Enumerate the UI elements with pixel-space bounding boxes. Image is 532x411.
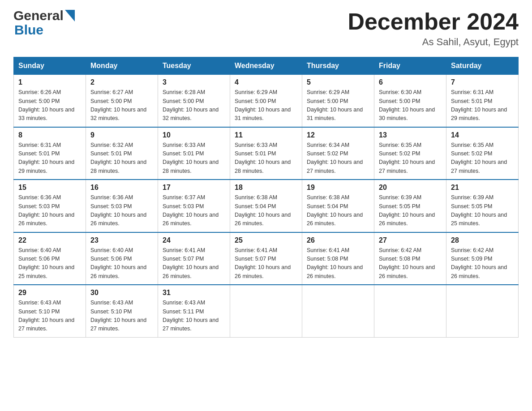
day-info: Sunrise: 6:26 AMSunset: 5:00 PMDaylight:… <box>18 88 81 123</box>
day-cell: 22Sunrise: 6:40 AMSunset: 5:06 PMDayligh… <box>14 232 86 285</box>
day-number: 14 <box>451 131 514 139</box>
day-info: Sunrise: 6:43 AMSunset: 5:11 PMDaylight:… <box>163 299 225 334</box>
logo: General Blue <box>13 9 75 38</box>
day-cell: 9Sunrise: 6:32 AMSunset: 5:01 PMDaylight… <box>86 127 158 180</box>
day-number: 6 <box>379 78 442 86</box>
day-number: 27 <box>379 236 442 244</box>
day-number: 7 <box>451 78 514 86</box>
header-row: Sunday Monday Tuesday Wednesday Thursday… <box>14 57 519 75</box>
day-info: Sunrise: 6:38 AMSunset: 5:04 PMDaylight:… <box>307 193 369 228</box>
day-cell: 16Sunrise: 6:36 AMSunset: 5:03 PMDayligh… <box>86 180 158 232</box>
day-info: Sunrise: 6:40 AMSunset: 5:06 PMDaylight:… <box>18 246 81 281</box>
day-info: Sunrise: 6:29 AMSunset: 5:00 PMDaylight:… <box>235 88 297 123</box>
day-cell: 4Sunrise: 6:29 AMSunset: 5:00 PMDaylight… <box>230 75 302 127</box>
logo-general-text: General <box>13 9 64 22</box>
day-cell <box>230 285 302 337</box>
col-thursday: Thursday <box>302 57 374 75</box>
day-info: Sunrise: 6:38 AMSunset: 5:04 PMDaylight:… <box>235 193 297 228</box>
day-cell: 15Sunrise: 6:36 AMSunset: 5:03 PMDayligh… <box>14 180 86 232</box>
month-title: December 2024 <box>348 9 519 34</box>
day-info: Sunrise: 6:35 AMSunset: 5:02 PMDaylight:… <box>451 141 514 176</box>
day-info: Sunrise: 6:43 AMSunset: 5:10 PMDaylight:… <box>90 299 153 334</box>
col-tuesday: Tuesday <box>158 57 230 75</box>
day-cell: 12Sunrise: 6:34 AMSunset: 5:02 PMDayligh… <box>302 127 374 180</box>
day-cell: 1Sunrise: 6:26 AMSunset: 5:00 PMDaylight… <box>14 75 86 127</box>
day-cell: 31Sunrise: 6:43 AMSunset: 5:11 PMDayligh… <box>158 285 230 337</box>
day-number: 31 <box>163 289 225 297</box>
day-info: Sunrise: 6:43 AMSunset: 5:10 PMDaylight:… <box>18 299 81 334</box>
day-info: Sunrise: 6:31 AMSunset: 5:01 PMDaylight:… <box>451 88 514 123</box>
day-number: 26 <box>307 236 369 244</box>
day-info: Sunrise: 6:31 AMSunset: 5:01 PMDaylight:… <box>18 141 81 176</box>
logo-blue-text: Blue <box>14 22 43 38</box>
day-cell: 28Sunrise: 6:42 AMSunset: 5:09 PMDayligh… <box>446 232 519 285</box>
day-cell: 13Sunrise: 6:35 AMSunset: 5:02 PMDayligh… <box>374 127 446 180</box>
day-number: 8 <box>18 131 81 139</box>
logo-arrow-icon <box>65 10 75 23</box>
day-number: 5 <box>307 78 369 86</box>
day-number: 21 <box>451 184 514 192</box>
day-number: 2 <box>90 78 153 86</box>
day-number: 12 <box>307 131 369 139</box>
svg-marker-0 <box>65 10 75 21</box>
day-info: Sunrise: 6:42 AMSunset: 5:09 PMDaylight:… <box>451 246 514 281</box>
day-info: Sunrise: 6:42 AMSunset: 5:08 PMDaylight:… <box>379 246 442 281</box>
day-number: 20 <box>379 184 442 192</box>
day-info: Sunrise: 6:39 AMSunset: 5:05 PMDaylight:… <box>451 193 514 228</box>
day-cell: 6Sunrise: 6:30 AMSunset: 5:00 PMDaylight… <box>374 75 446 127</box>
day-cell: 23Sunrise: 6:40 AMSunset: 5:06 PMDayligh… <box>86 232 158 285</box>
day-number: 30 <box>90 289 153 297</box>
day-cell: 24Sunrise: 6:41 AMSunset: 5:07 PMDayligh… <box>158 232 230 285</box>
day-number: 4 <box>235 78 297 86</box>
day-number: 25 <box>235 236 297 244</box>
day-info: Sunrise: 6:27 AMSunset: 5:00 PMDaylight:… <box>90 88 153 123</box>
day-cell: 2Sunrise: 6:27 AMSunset: 5:00 PMDaylight… <box>86 75 158 127</box>
day-cell: 8Sunrise: 6:31 AMSunset: 5:01 PMDaylight… <box>14 127 86 180</box>
day-number: 29 <box>18 289 81 297</box>
day-number: 22 <box>18 236 81 244</box>
calendar-table: Sunday Monday Tuesday Wednesday Thursday… <box>13 57 519 338</box>
day-number: 15 <box>18 184 81 192</box>
day-info: Sunrise: 6:35 AMSunset: 5:02 PMDaylight:… <box>379 141 442 176</box>
day-number: 1 <box>18 78 81 86</box>
day-info: Sunrise: 6:36 AMSunset: 5:03 PMDaylight:… <box>18 193 81 228</box>
day-cell: 7Sunrise: 6:31 AMSunset: 5:01 PMDaylight… <box>446 75 519 127</box>
location-text: As Sahil, Asyut, Egypt <box>348 36 519 48</box>
col-monday: Monday <box>86 57 158 75</box>
col-wednesday: Wednesday <box>230 57 302 75</box>
week-row-2: 8Sunrise: 6:31 AMSunset: 5:01 PMDaylight… <box>14 127 519 180</box>
day-cell: 29Sunrise: 6:43 AMSunset: 5:10 PMDayligh… <box>14 285 86 337</box>
day-cell: 18Sunrise: 6:38 AMSunset: 5:04 PMDayligh… <box>230 180 302 232</box>
day-cell: 17Sunrise: 6:37 AMSunset: 5:03 PMDayligh… <box>158 180 230 232</box>
day-info: Sunrise: 6:34 AMSunset: 5:02 PMDaylight:… <box>307 141 369 176</box>
day-info: Sunrise: 6:29 AMSunset: 5:00 PMDaylight:… <box>307 88 369 123</box>
day-info: Sunrise: 6:41 AMSunset: 5:07 PMDaylight:… <box>235 246 297 281</box>
day-cell <box>374 285 446 337</box>
day-number: 23 <box>90 236 153 244</box>
day-cell: 25Sunrise: 6:41 AMSunset: 5:07 PMDayligh… <box>230 232 302 285</box>
day-cell: 19Sunrise: 6:38 AMSunset: 5:04 PMDayligh… <box>302 180 374 232</box>
day-number: 3 <box>163 78 225 86</box>
day-info: Sunrise: 6:37 AMSunset: 5:03 PMDaylight:… <box>163 193 225 228</box>
day-cell: 21Sunrise: 6:39 AMSunset: 5:05 PMDayligh… <box>446 180 519 232</box>
week-row-1: 1Sunrise: 6:26 AMSunset: 5:00 PMDaylight… <box>14 75 519 127</box>
title-block: December 2024 As Sahil, Asyut, Egypt <box>348 9 519 48</box>
day-info: Sunrise: 6:36 AMSunset: 5:03 PMDaylight:… <box>90 193 153 228</box>
col-saturday: Saturday <box>446 57 519 75</box>
day-number: 24 <box>163 236 225 244</box>
day-info: Sunrise: 6:39 AMSunset: 5:05 PMDaylight:… <box>379 193 442 228</box>
week-row-4: 22Sunrise: 6:40 AMSunset: 5:06 PMDayligh… <box>14 232 519 285</box>
day-cell: 27Sunrise: 6:42 AMSunset: 5:08 PMDayligh… <box>374 232 446 285</box>
day-info: Sunrise: 6:40 AMSunset: 5:06 PMDaylight:… <box>90 246 153 281</box>
day-info: Sunrise: 6:32 AMSunset: 5:01 PMDaylight:… <box>90 141 153 176</box>
day-cell: 3Sunrise: 6:28 AMSunset: 5:00 PMDaylight… <box>158 75 230 127</box>
page-header: General Blue December 2024 As Sahil, Asy… <box>13 9 519 48</box>
day-cell <box>302 285 374 337</box>
day-number: 18 <box>235 184 297 192</box>
day-number: 10 <box>163 131 225 139</box>
day-number: 11 <box>235 131 297 139</box>
day-cell: 14Sunrise: 6:35 AMSunset: 5:02 PMDayligh… <box>446 127 519 180</box>
day-info: Sunrise: 6:33 AMSunset: 5:01 PMDaylight:… <box>235 141 297 176</box>
day-cell: 30Sunrise: 6:43 AMSunset: 5:10 PMDayligh… <box>86 285 158 337</box>
day-cell: 5Sunrise: 6:29 AMSunset: 5:00 PMDaylight… <box>302 75 374 127</box>
